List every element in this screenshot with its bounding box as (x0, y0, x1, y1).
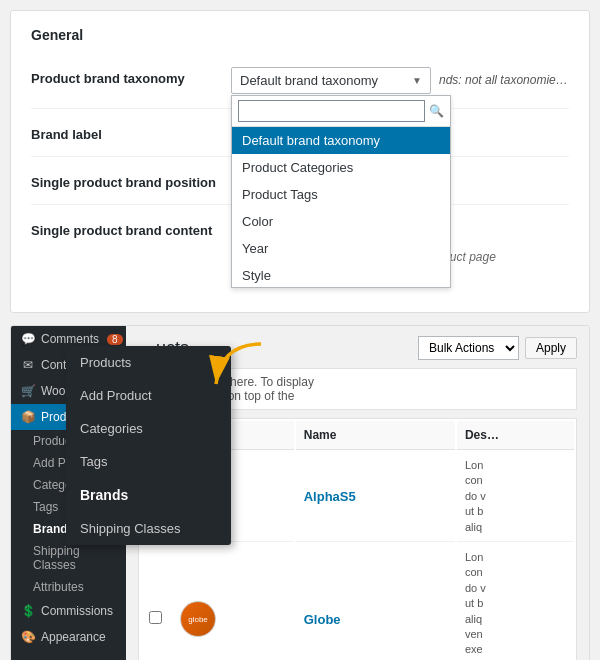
product-name-cell: AlphaS5 (296, 452, 455, 542)
brand-label-field: Brand label (31, 123, 231, 142)
col-checkbox (141, 421, 170, 450)
product-name-cell-2: Globe (296, 544, 455, 660)
comments-badge: 8 (107, 334, 123, 345)
dropdown-search-area: 🔍 (232, 96, 450, 127)
table-row: globe Globe Loncondo vut baliqvenexenisi… (141, 544, 574, 660)
products-table: Image Name Des… AlphaS5 (138, 418, 577, 660)
mail-icon: ✉ (21, 358, 35, 372)
taxonomy-hint-text: nds: not all taxonomies support all (439, 67, 569, 87)
row-checkbox[interactable] (149, 488, 162, 501)
dropdown-option-year[interactable]: Year (232, 235, 450, 262)
page-title: …ucts (138, 338, 189, 359)
sidebar-sub-shipping-classes[interactable]: Shipping Classes (11, 540, 126, 576)
brand-position-label: Single product brand position (31, 171, 231, 190)
sidebar-sub-brands[interactable]: Brands (11, 518, 126, 540)
col-desc: Des… (457, 421, 574, 450)
product-image-alpha: AlphaS5 (180, 478, 216, 514)
sidebar-item-woocommerce[interactable]: 🛒 WooComme... (11, 378, 126, 404)
product-desc-cell-2: Loncondo vut baliqvenexenisicon (457, 544, 574, 660)
row-checkbox-2[interactable] (149, 611, 162, 624)
dropdown-search-input[interactable] (238, 100, 425, 122)
sidebar-item-commissions[interactable]: 💲 Commissions (11, 598, 126, 624)
product-image-cell-2: globe (172, 544, 294, 660)
appearance-icon: 🎨 (21, 630, 35, 644)
select-all-checkbox[interactable] (149, 427, 162, 440)
wp-main-content: …ucts Bulk Actions Apply n be managed he… (126, 326, 589, 660)
sidebar-sub-tags[interactable]: Tags (11, 496, 126, 518)
dropdown-option-categories[interactable]: Product Categories (232, 154, 450, 181)
dropdown-options-list: Default brand taxonomy Product Categorie… (232, 127, 450, 287)
wp-admin-layout: 💬 Comments 8 ✉ Contact 🛒 WooComme... 📦 P… (11, 326, 589, 660)
bulk-actions-select[interactable]: Bulk Actions (418, 336, 519, 360)
product-image-globe: globe (180, 601, 216, 637)
woo-icon: 🛒 (21, 384, 35, 398)
sidebar-sub-attributes[interactable]: Attributes (11, 576, 126, 598)
sidebar-item-appearance[interactable]: 🎨 Appearance (11, 624, 126, 650)
row-checkbox-cell-2 (141, 544, 170, 660)
search-icon: 🔍 (429, 104, 444, 118)
sidebar-sub-products[interactable]: Products (11, 430, 126, 452)
general-settings-panel: General Product brand taxonomy Default b… (10, 10, 590, 313)
product-description: Loncondo vut baliq (465, 458, 566, 535)
product-name-2[interactable]: Globe (304, 612, 447, 627)
sidebar-sub-add-product[interactable]: Add Product (11, 452, 126, 474)
taxonomy-row: Product brand taxonomy Default brand tax… (31, 67, 569, 109)
product-desc-cell: Loncondo vut baliq (457, 452, 574, 542)
product-image-cell: AlphaS5 (172, 452, 294, 542)
dropdown-open-panel: 🔍 Default brand taxonomy Product Categor… (231, 95, 451, 288)
sidebar-item-products[interactable]: 📦 Products (11, 404, 126, 430)
sidebar-item-comments[interactable]: 💬 Comments 8 (11, 326, 126, 352)
products-icon: 📦 (21, 410, 35, 424)
bulk-actions-area: Bulk Actions Apply (418, 336, 577, 360)
brand-content-label: Single product brand content (31, 219, 231, 238)
commissions-icon: 💲 (21, 604, 35, 618)
taxonomy-dropdown[interactable]: Default brand taxonomy ▼ 🔍 Default brand… (231, 67, 431, 94)
panel-title: General (31, 27, 569, 51)
dropdown-option-default[interactable]: Default brand taxonomy (232, 127, 450, 154)
dropdown-option-style[interactable]: Style (232, 262, 450, 287)
wp-main-header: …ucts Bulk Actions Apply (138, 336, 577, 360)
wp-sidebar: 💬 Comments 8 ✉ Contact 🛒 WooComme... 📦 P… (11, 326, 126, 660)
row-checkbox-cell (141, 452, 170, 542)
comment-icon: 💬 (21, 332, 35, 346)
taxonomy-control: Default brand taxonomy ▼ 🔍 Default brand… (231, 67, 569, 94)
table-row: AlphaS5 AlphaS5 Loncondo vut baliq (141, 452, 574, 542)
dropdown-option-tags[interactable]: Product Tags (232, 181, 450, 208)
dropdown-selected[interactable]: Default brand taxonomy ▼ (231, 67, 431, 94)
product-description-2: Loncondo vut baliqvenexenisicon (465, 550, 566, 660)
col-image: Image (172, 421, 294, 450)
dropdown-option-color[interactable]: Color (232, 208, 450, 235)
taxonomy-label: Product brand taxonomy (31, 67, 231, 86)
chevron-down-icon: ▼ (412, 75, 422, 86)
wp-admin-panel: 💬 Comments 8 ✉ Contact 🛒 WooComme... 📦 P… (10, 325, 590, 660)
sidebar-item-contact[interactable]: ✉ Contact (11, 352, 126, 378)
apply-button[interactable]: Apply (525, 337, 577, 359)
sidebar-sub-categories[interactable]: Categories (11, 474, 126, 496)
col-name: Name (296, 421, 455, 450)
product-name[interactable]: AlphaS5 (304, 489, 447, 504)
info-text-box: n be managed here. To displayn options" … (138, 368, 577, 410)
table-header-row: Image Name Des… (141, 421, 574, 450)
